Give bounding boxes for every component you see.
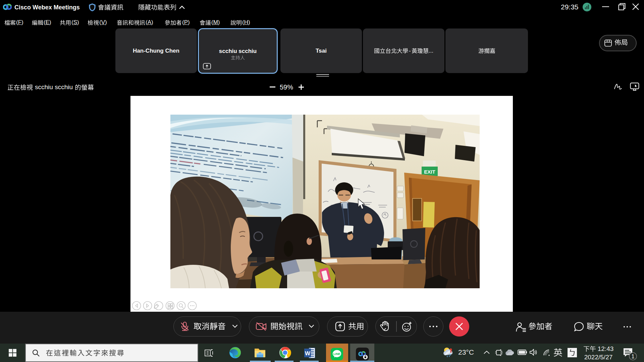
svg-text:EXIT: EXIT — [424, 169, 435, 175]
svg-text:W: W — [305, 350, 311, 357]
svg-text:1: 1 — [632, 354, 635, 359]
svg-text:LINE: LINE — [333, 352, 340, 356]
